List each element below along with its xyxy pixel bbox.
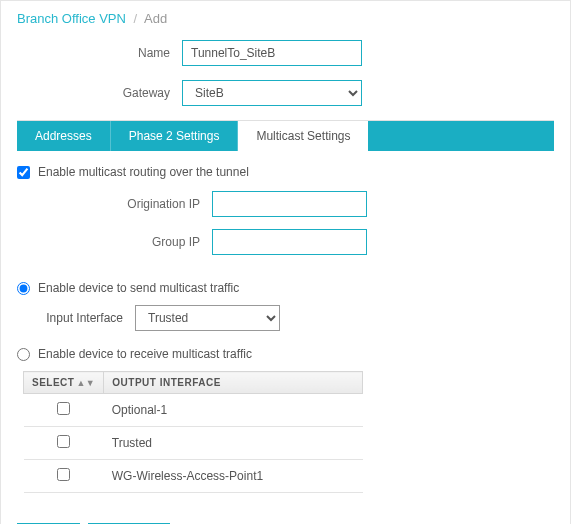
enable-multicast-row: Enable multicast routing over the tunnel (17, 165, 554, 179)
origination-input[interactable] (212, 191, 367, 217)
enable-multicast-checkbox[interactable] (17, 166, 30, 179)
tabs: Addresses Phase 2 Settings Multicast Set… (17, 121, 554, 151)
tab-multicast[interactable]: Multicast Settings (238, 121, 368, 151)
breadcrumb-parent-link[interactable]: Branch Office VPN (17, 11, 126, 26)
name-label: Name (17, 46, 182, 60)
output-interface-table: SELECT▲▼ OUTPUT INTERFACE Optional-1 Tru… (23, 371, 363, 493)
row-select-checkbox[interactable] (57, 435, 70, 448)
col-select-text: SELECT (32, 377, 74, 388)
input-interface-select[interactable]: Trusted (135, 305, 280, 331)
receive-radio-label: Enable device to receive multicast traff… (38, 347, 252, 361)
origination-row: Origination IP (17, 191, 554, 217)
col-select-header[interactable]: SELECT▲▼ (24, 372, 104, 394)
group-input[interactable] (212, 229, 367, 255)
group-label: Group IP (17, 235, 212, 249)
receive-radio-row: Enable device to receive multicast traff… (17, 347, 554, 361)
col-output-header[interactable]: OUTPUT INTERFACE (104, 372, 363, 394)
table-row: WG-Wireless-Access-Point1 (24, 460, 363, 493)
gateway-select[interactable]: SiteB (182, 80, 362, 106)
row-select-checkbox[interactable] (57, 468, 70, 481)
table-row: Optional-1 (24, 394, 363, 427)
origination-label: Origination IP (17, 197, 212, 211)
row-select-checkbox[interactable] (57, 402, 70, 415)
breadcrumb: Branch Office VPN / Add (17, 11, 554, 26)
group-row: Group IP (17, 229, 554, 255)
sort-icon: ▲▼ (76, 378, 95, 388)
receive-radio[interactable] (17, 348, 30, 361)
send-radio-label: Enable device to send multicast traffic (38, 281, 239, 295)
row-output-name: Optional-1 (104, 394, 363, 427)
breadcrumb-separator: / (134, 11, 138, 26)
tab-spacer (368, 121, 554, 151)
name-row: Name (17, 40, 554, 66)
gateway-label: Gateway (17, 86, 182, 100)
row-output-name: Trusted (104, 427, 363, 460)
gateway-row: Gateway SiteB (17, 80, 554, 106)
input-interface-row: Input Interface Trusted (17, 305, 554, 331)
tab-phase2[interactable]: Phase 2 Settings (111, 121, 239, 151)
row-output-name: WG-Wireless-Access-Point1 (104, 460, 363, 493)
send-radio-row: Enable device to send multicast traffic (17, 281, 554, 295)
name-input[interactable] (182, 40, 362, 66)
send-radio[interactable] (17, 282, 30, 295)
input-interface-label: Input Interface (23, 311, 135, 325)
enable-multicast-label: Enable multicast routing over the tunnel (38, 165, 249, 179)
table-row: Trusted (24, 427, 363, 460)
multicast-section: Enable multicast routing over the tunnel… (17, 151, 554, 493)
tab-addresses[interactable]: Addresses (17, 121, 111, 151)
breadcrumb-current: Add (144, 11, 167, 26)
